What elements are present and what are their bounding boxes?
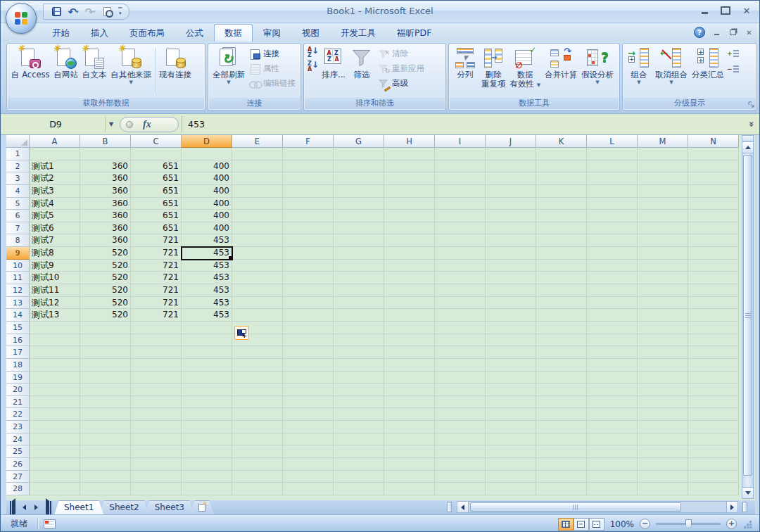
cell-F4[interactable]: [283, 185, 334, 198]
cell-J22[interactable]: [486, 408, 536, 421]
cell-B23[interactable]: [80, 421, 131, 433]
cell-F21[interactable]: [283, 396, 334, 409]
cell-B21[interactable]: [80, 396, 131, 409]
cell-D23[interactable]: [182, 421, 232, 433]
row-header-25[interactable]: 25: [6, 445, 30, 458]
auto-fill-options-button[interactable]: +: [234, 326, 249, 340]
cell-I9[interactable]: [435, 247, 486, 260]
cell-H4[interactable]: [384, 185, 435, 198]
cell-B19[interactable]: [80, 372, 131, 384]
cell-M18[interactable]: [638, 359, 688, 372]
column-header-J[interactable]: J: [486, 135, 536, 148]
cell-M21[interactable]: [638, 396, 688, 409]
tab-home[interactable]: 开始: [42, 24, 80, 42]
cell-F28[interactable]: [283, 483, 334, 495]
cell-J13[interactable]: [486, 297, 536, 310]
cell-D10[interactable]: 453: [182, 260, 232, 272]
cell-N14[interactable]: [688, 309, 739, 322]
cell-N18[interactable]: [688, 359, 739, 372]
cell-C28[interactable]: [131, 483, 182, 495]
cell-D26[interactable]: [182, 458, 232, 471]
cell-N17[interactable]: [688, 346, 739, 359]
cell-I4[interactable]: [435, 185, 486, 198]
page-layout-view-button[interactable]: [574, 518, 589, 531]
cell-A20[interactable]: [30, 384, 80, 396]
cell-N1[interactable]: [688, 148, 739, 160]
previous-sheet-button[interactable]: [18, 500, 30, 514]
cell-J6[interactable]: [486, 210, 536, 222]
cell-N28[interactable]: [688, 483, 739, 495]
row-header-19[interactable]: 19: [6, 372, 30, 384]
cell-A8[interactable]: 测试7: [30, 234, 80, 247]
cell-B3[interactable]: 360: [80, 172, 131, 185]
cell-L25[interactable]: [587, 445, 638, 458]
cell-A4[interactable]: 测试3: [30, 185, 80, 198]
cell-B10[interactable]: 520: [80, 260, 131, 272]
cell-I14[interactable]: [435, 309, 486, 322]
cell-F3[interactable]: [283, 172, 334, 185]
cell-C6[interactable]: 651: [131, 210, 182, 222]
cell-E22[interactable]: [232, 408, 283, 421]
cell-L26[interactable]: [587, 458, 638, 471]
cell-B11[interactable]: 520: [80, 272, 131, 284]
column-header-K[interactable]: K: [536, 135, 587, 148]
cell-D7[interactable]: 400: [182, 222, 232, 235]
cell-J14[interactable]: [486, 309, 536, 322]
zoom-slider-thumb[interactable]: [685, 519, 692, 528]
vertical-scroll-thumb[interactable]: [743, 155, 752, 476]
cell-K16[interactable]: [536, 334, 587, 347]
tab-formulas[interactable]: 公式: [175, 24, 214, 42]
cell-E27[interactable]: [232, 471, 283, 483]
cell-K10[interactable]: [536, 260, 587, 272]
cell-B1[interactable]: [80, 148, 131, 160]
cell-G20[interactable]: [334, 384, 384, 396]
column-header-E[interactable]: E: [232, 135, 283, 148]
cell-K14[interactable]: [536, 309, 587, 322]
cell-C4[interactable]: 651: [131, 185, 182, 198]
cell-L2[interactable]: [587, 160, 638, 173]
sort-button[interactable]: AZZA 排序...: [319, 45, 348, 96]
cell-M9[interactable]: [638, 247, 688, 260]
cell-L6[interactable]: [587, 210, 638, 222]
cell-D28[interactable]: [182, 483, 232, 495]
cell-C8[interactable]: 721: [131, 234, 182, 247]
cell-A28[interactable]: [30, 483, 80, 495]
cell-J28[interactable]: [486, 483, 536, 495]
refresh-all-button[interactable]: ↻ 全部刷新 ▼: [210, 45, 247, 96]
cell-F23[interactable]: [283, 421, 334, 433]
scroll-right-button[interactable]: [726, 502, 737, 512]
cell-F24[interactable]: [283, 433, 334, 446]
cell-E1[interactable]: [232, 148, 283, 160]
row-header-16[interactable]: 16: [6, 334, 30, 347]
last-sheet-button[interactable]: [42, 500, 54, 514]
cell-C12[interactable]: 721: [131, 284, 182, 297]
cell-G10[interactable]: [334, 260, 384, 272]
cell-K8[interactable]: [536, 234, 587, 247]
cell-A12[interactable]: 测试11: [30, 284, 80, 297]
cell-H19[interactable]: [384, 372, 435, 384]
cell-K2[interactable]: [536, 160, 587, 173]
cell-D22[interactable]: [182, 408, 232, 421]
cell-K4[interactable]: [536, 185, 587, 198]
workbook-minimize-button[interactable]: [712, 28, 721, 37]
cell-E3[interactable]: [232, 172, 283, 185]
cell-I16[interactable]: [435, 334, 486, 347]
existing-connections-button[interactable]: 现有连接: [157, 45, 194, 96]
expand-formula-bar-icon[interactable]: »: [747, 117, 757, 132]
cell-K5[interactable]: [536, 198, 587, 210]
cell-I13[interactable]: [435, 297, 486, 310]
cell-H8[interactable]: [384, 234, 435, 247]
cell-F6[interactable]: [283, 210, 334, 222]
cell-J26[interactable]: [486, 458, 536, 471]
cell-A16[interactable]: [30, 334, 80, 347]
cell-B25[interactable]: [80, 445, 131, 458]
cell-B14[interactable]: 520: [80, 309, 131, 322]
cell-J18[interactable]: [486, 359, 536, 372]
cell-J8[interactable]: [486, 234, 536, 247]
cell-K22[interactable]: [536, 408, 587, 421]
cell-M12[interactable]: [638, 284, 688, 297]
cell-I1[interactable]: [435, 148, 486, 160]
cell-N3[interactable]: [688, 172, 739, 185]
cell-G4[interactable]: [334, 185, 384, 198]
cell-E2[interactable]: [232, 160, 283, 173]
